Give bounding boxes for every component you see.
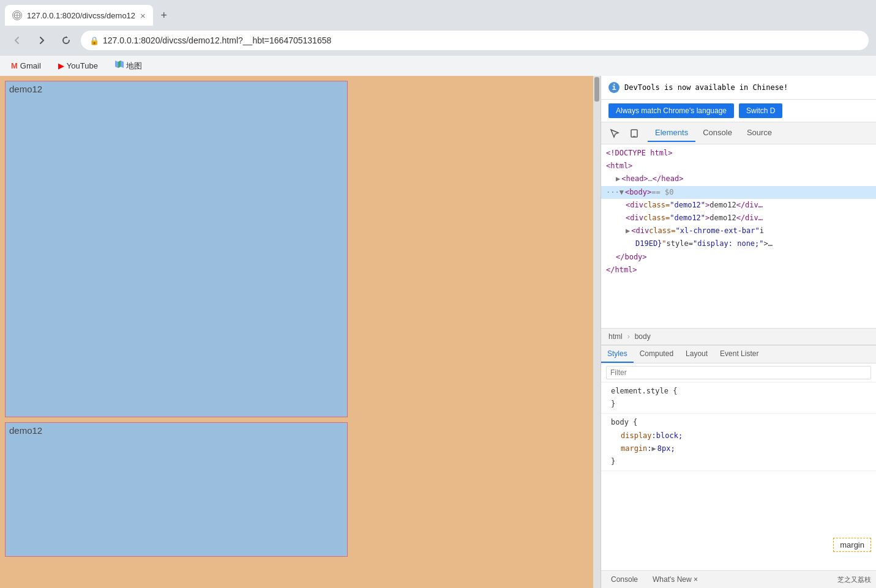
main-content: demo12 demo12 i DevTools is now availabl… <box>0 76 876 588</box>
tab-source[interactable]: Source <box>739 124 779 142</box>
bookmark-gmail[interactable]: M Gmail <box>7 60 45 72</box>
gmail-icon: M <box>11 61 18 70</box>
css-block-element-style: element.style { } <box>601 382 876 414</box>
maps-icon <box>115 61 124 71</box>
head-expand-arrow[interactable]: ▶ <box>616 173 620 185</box>
scroll-thumb[interactable] <box>594 77 599 102</box>
svg-marker-5 <box>118 61 121 68</box>
bottom-right-text: 芝之又荔枝 <box>837 575 871 584</box>
bottom-left: Console What's New × <box>606 573 703 586</box>
tab-bar: 127.0.0.1:8020/divcss/demo12 × + <box>0 0 876 26</box>
bottom-right: 芝之又荔枝 <box>837 575 871 584</box>
address-bar: 🔒 127.0.0.1:8020/divcss/demo12.html?__hb… <box>0 26 876 55</box>
html-tree: <!DOCTYPE html> <html> ▶ <head>…</head> … <box>601 144 876 328</box>
active-tab[interactable]: 127.0.0.1:8020/divcss/demo12 × <box>5 5 153 26</box>
html-line-head[interactable]: ▶ <head>…</head> <box>601 173 876 185</box>
body-expand-arrow[interactable]: ▼ <box>620 187 624 198</box>
console-bottom-tab[interactable]: Console <box>606 573 643 586</box>
styles-tab-computed[interactable]: Computed <box>634 346 679 363</box>
breadcrumb-html[interactable]: html <box>606 331 625 342</box>
device-toolbar-button[interactable] <box>626 125 643 142</box>
demo-box-1: demo12 <box>5 81 348 417</box>
html-line-html-open: <html> <box>601 160 876 173</box>
devtools-panel-tabs: Elements Console Source <box>648 124 779 142</box>
demo-box-1-label: demo12 <box>6 81 347 97</box>
tab-favicon <box>12 10 22 20</box>
bookmark-maps[interactable]: 地图 <box>111 59 146 73</box>
html-line-html-close: </html> <box>601 264 876 277</box>
gmail-label: Gmail <box>20 61 41 70</box>
breadcrumb: html › body <box>601 328 876 345</box>
tab-close-button[interactable]: × <box>140 11 146 20</box>
devtools-bottom-bar: Console What's New × 芝之又荔枝 <box>601 570 876 588</box>
div3-expand-arrow[interactable]: ▶ <box>626 225 630 237</box>
styles-tab-event[interactable]: Event Lister <box>714 346 765 363</box>
page-area: demo12 demo12 <box>0 76 593 588</box>
new-tab-button[interactable]: + <box>155 7 173 24</box>
page-inner: demo12 demo12 <box>0 76 593 562</box>
html-line-div2[interactable]: <div class="demo12"> demo12 </div… <box>601 212 876 225</box>
demo-box-2-label: demo12 <box>6 423 347 438</box>
match-language-button[interactable]: Always match Chrome's language <box>608 103 734 118</box>
html-line-div3[interactable]: ▶ <div class="xl-chrome-ext-bar" i <box>601 225 876 237</box>
back-button[interactable] <box>7 31 27 50</box>
tab-elements[interactable]: Elements <box>648 124 695 142</box>
styles-panel: Styles Computed Layout Event Lister elem… <box>601 345 876 570</box>
inspect-element-button[interactable] <box>606 125 623 142</box>
youtube-label: YouTube <box>67 61 98 70</box>
bookmarks-bar: M Gmail ▶ YouTube 地图 <box>0 55 876 76</box>
margin-expand-arrow[interactable]: ▶ <box>652 443 656 455</box>
styles-panel-tabs: Styles Computed Layout Event Lister <box>601 346 876 363</box>
demo-box-2: demo12 <box>5 422 348 557</box>
tab-console[interactable]: Console <box>695 124 739 142</box>
devtools-action-buttons: Always match Chrome's language Switch D <box>601 100 876 122</box>
switch-button[interactable]: Switch D <box>739 103 782 118</box>
svg-rect-6 <box>631 130 637 137</box>
url-text: 127.0.0.1:8020/divcss/demo12.html?__hbt=… <box>103 35 331 45</box>
svg-marker-3 <box>66 36 68 38</box>
maps-label: 地图 <box>126 61 142 72</box>
html-line-div1[interactable]: <div class="demo12"> demo12 </div… <box>601 199 876 212</box>
forward-button[interactable] <box>32 31 51 50</box>
html-line-doctype: <!DOCTYPE html> <box>601 147 876 160</box>
devtools-notification: i DevTools is now available in Chinese! <box>601 76 876 100</box>
address-input[interactable]: 🔒 127.0.0.1:8020/divcss/demo12.html?__hb… <box>81 31 869 50</box>
filter-bar <box>601 363 876 382</box>
browser-frame: 127.0.0.1:8020/divcss/demo12 × + 🔒 127.0… <box>0 0 876 588</box>
youtube-icon: ▶ <box>58 61 64 70</box>
whats-new-tab[interactable]: What's New × <box>648 573 703 586</box>
breadcrumb-body[interactable]: body <box>632 331 653 342</box>
html-line-div3-content: D19ED}" style="display: none;" >… <box>601 237 876 250</box>
devtools-panel: i DevTools is now available in Chinese! … <box>601 76 876 588</box>
lock-icon: 🔒 <box>89 36 99 45</box>
info-icon: i <box>608 82 620 93</box>
margin-tooltip: margin <box>833 538 871 552</box>
css-block-body: body { display : block; margin : ▶ 8px; <box>601 414 876 471</box>
notification-text: DevTools is now available in Chinese! <box>624 83 788 92</box>
reload-button[interactable] <box>56 31 76 50</box>
page-scrollbar[interactable] <box>593 76 601 588</box>
devtools-toolbar: Elements Console Source <box>601 122 876 144</box>
bookmark-youtube[interactable]: ▶ YouTube <box>54 60 102 72</box>
filter-input[interactable] <box>606 366 871 379</box>
styles-tab-layout[interactable]: Layout <box>679 346 714 363</box>
tab-title: 127.0.0.1:8020/divcss/demo12 <box>27 11 135 20</box>
styles-tab-styles[interactable]: Styles <box>601 346 634 363</box>
html-line-body[interactable]: ··· ▼ <body> == $0 <box>601 186 876 199</box>
html-line-body-close: </body> <box>601 251 876 264</box>
